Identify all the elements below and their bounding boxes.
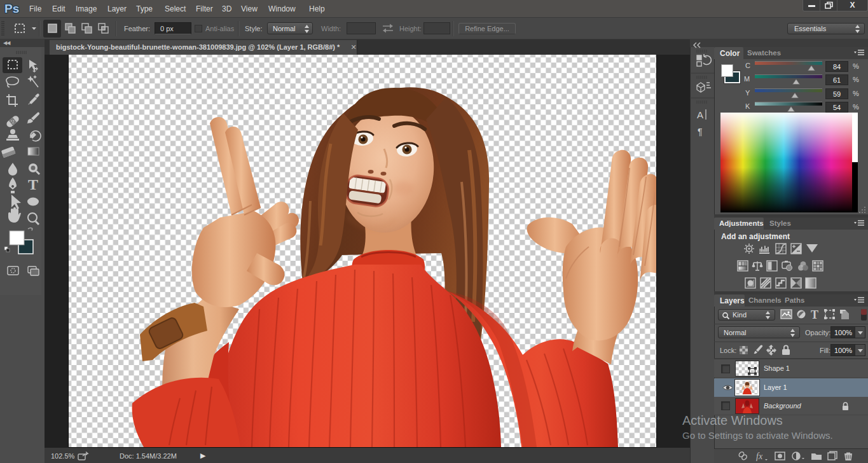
svg-text:¶: ¶ (698, 127, 703, 137)
svg-text:T: T (811, 308, 818, 321)
svg-text:fx: fx (756, 452, 763, 461)
svg-text:A: A (697, 109, 703, 120)
svg-text:T: T (28, 176, 38, 193)
